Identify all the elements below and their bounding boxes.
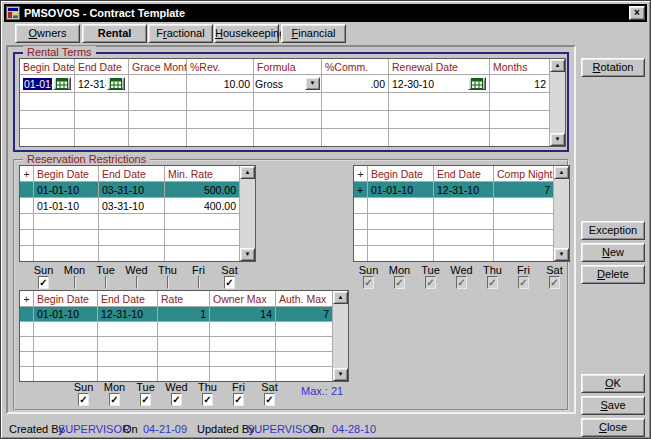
rental-grid-scrollbar[interactable]: ▲ ▼ (549, 59, 565, 146)
checkbox-sat[interactable]: ✓ (224, 276, 234, 289)
calendar-icon[interactable] (53, 77, 71, 90)
checkbox-sun-disabled: ✓ (363, 276, 373, 289)
tab-rental[interactable]: Rental (82, 24, 147, 43)
updated-date-value: 04-28-10 (332, 423, 376, 435)
scroll-up-icon[interactable]: ▲ (554, 166, 569, 179)
day-label: Fri (508, 264, 539, 276)
comp-empty-row[interactable] (354, 198, 553, 214)
end-date-value[interactable]: 12-31-10 (78, 78, 106, 90)
months-cell[interactable]: 12 (490, 75, 550, 93)
exception-button[interactable]: Exception (581, 221, 645, 240)
day-label: Sat (254, 381, 285, 393)
scroll-down-icon[interactable]: ▼ (554, 248, 569, 261)
tab-housekeeping[interactable]: Housekeeping (214, 24, 279, 43)
checkbox-sun[interactable]: ✓ (78, 393, 88, 406)
checkbox-wed[interactable] (136, 276, 138, 289)
comp-empty-row[interactable] (354, 246, 553, 262)
min-rate-empty-row[interactable] (20, 230, 239, 246)
chevron-down-icon[interactable]: ▼ (305, 77, 320, 90)
tab-financial[interactable]: Financial (281, 24, 346, 43)
min-rate-empty-row[interactable] (20, 214, 239, 230)
checkbox-thu[interactable] (167, 276, 169, 289)
calendar-icon[interactable] (107, 77, 125, 90)
formula-value: Gross (255, 78, 305, 90)
col-comp-nights: Comp Nights (494, 166, 554, 182)
delete-button[interactable]: Delete (581, 265, 645, 284)
col-begin-date: Begin Date (34, 166, 99, 182)
scroll-up-icon[interactable]: ▲ (550, 59, 565, 72)
end-date-cell[interactable]: 12-31-10 (75, 75, 129, 93)
min-rate-row[interactable]: 01-01-10 03-31-10 400.00 (20, 198, 239, 214)
rotation-button[interactable]: Rotation (581, 58, 645, 77)
scroll-down-icon[interactable]: ▼ (333, 368, 348, 381)
checkbox-fri[interactable]: ✓ (233, 393, 243, 406)
comp-row-selected[interactable]: + 01-01-10 12-31-10 7 (354, 182, 553, 198)
rental-grid-empty-row[interactable] (20, 111, 549, 129)
ok-button[interactable]: OK (581, 374, 645, 393)
new-button[interactable]: New (581, 243, 645, 262)
scroll-down-icon[interactable]: ▼ (240, 248, 255, 261)
checkbox-sun[interactable]: ✓ (38, 276, 48, 289)
pct-rev-cell[interactable]: 10.00 (187, 75, 254, 93)
rental-terms-grid: Begin Date End Date Grace Months %Rev. F… (19, 58, 566, 147)
max-nights-label: Max.: 21 (301, 385, 343, 397)
tab-owners[interactable]: Owners (15, 24, 80, 43)
reservation-restrictions-group-label: Reservation Restrictions (23, 153, 150, 165)
checkbox-sat-disabled: ✓ (549, 276, 559, 289)
checkbox-mon[interactable]: ✓ (109, 393, 119, 406)
day-label: Sun (28, 264, 59, 276)
created-date-value: 04-21-09 (143, 423, 187, 435)
comp-grid-scrollbar[interactable]: ▲ ▼ (553, 166, 569, 261)
min-rate-day-checkboxes: Sun✓ Mon Tue Wed Thu Fri Sat✓ (28, 264, 245, 288)
scroll-up-icon[interactable]: ▲ (333, 291, 348, 304)
col-plus: + (20, 166, 34, 182)
col-min-rate: Min. Rate (165, 166, 240, 182)
checkbox-fri[interactable] (198, 276, 200, 289)
grace-months-cell[interactable] (129, 75, 187, 93)
rental-grid-empty-row[interactable] (20, 93, 549, 111)
day-label: Mon (384, 264, 415, 276)
min-rate-row-selected[interactable]: 01-01-10 03-31-10 500.00 (20, 182, 239, 198)
window-title: PMSOVOS - Contract Template (24, 7, 629, 19)
renewal-date-cell[interactable]: 12-30-10 (389, 75, 490, 93)
rental-grid-empty-row[interactable] (20, 129, 549, 147)
pct-comm-cell[interactable]: .00 (322, 75, 389, 93)
rental-grid-row[interactable]: 01-01-10 12-31-10 10.00 Gross ▼ (20, 75, 549, 93)
min-rate-grid: + Begin Date End Date Min. Rate 01-01-10… (19, 165, 256, 262)
owner-empty-row[interactable] (20, 322, 332, 337)
owner-empty-row[interactable] (20, 337, 332, 352)
min-rate-grid-header: + Begin Date End Date Min. Rate (20, 166, 239, 182)
col-end-date: End Date (434, 166, 494, 182)
comp-empty-row[interactable] (354, 214, 553, 230)
begin-date-value[interactable]: 01-01-10 (23, 78, 52, 90)
owner-grid-header: + Begin Date End Date Rate Owner Max Aut… (20, 291, 332, 307)
checkbox-tue[interactable] (105, 276, 107, 289)
owner-grid-scrollbar[interactable]: ▲ ▼ (332, 291, 348, 381)
save-button[interactable]: Save (581, 396, 645, 415)
scroll-down-icon[interactable]: ▼ (550, 133, 565, 146)
col-plus: + (20, 291, 34, 307)
begin-date-cell[interactable]: 01-01-10 (20, 75, 75, 93)
checkbox-mon[interactable] (74, 276, 76, 289)
renewal-date-value[interactable]: 12-30-10 (392, 78, 467, 90)
close-button[interactable]: Close (581, 418, 645, 437)
min-rate-grid-scrollbar[interactable]: ▲ ▼ (239, 166, 255, 261)
calendar-icon[interactable] (468, 77, 486, 90)
formula-dropdown[interactable]: Gross ▼ (255, 77, 320, 91)
close-icon[interactable]: × (629, 6, 645, 20)
tab-fractional[interactable]: Fractional (148, 24, 213, 43)
owner-empty-row[interactable] (20, 352, 332, 367)
owner-row-selected[interactable]: 01-01-10 12-31-10 1 14 7 (20, 307, 332, 322)
day-label: Sun (353, 264, 384, 276)
checkbox-wed[interactable]: ✓ (171, 393, 181, 406)
min-rate-empty-row[interactable] (20, 246, 239, 262)
scroll-up-icon[interactable]: ▲ (240, 166, 255, 179)
day-label: Wed (121, 264, 152, 276)
comp-empty-row[interactable] (354, 230, 553, 246)
checkbox-thu[interactable]: ✓ (202, 393, 212, 406)
day-label: Fri (183, 264, 214, 276)
owner-empty-row[interactable] (20, 367, 332, 382)
checkbox-tue[interactable]: ✓ (140, 393, 150, 406)
checkbox-sat[interactable]: ✓ (264, 393, 274, 406)
day-label: Sun (68, 381, 99, 393)
